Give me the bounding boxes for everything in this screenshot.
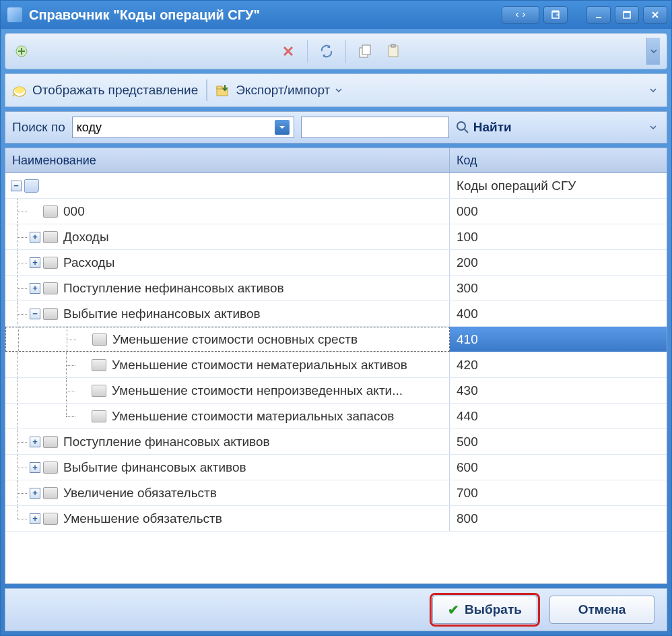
folder-icon — [43, 308, 58, 320]
toggle-spacer — [30, 206, 40, 217]
row-name: Расходы — [63, 255, 114, 270]
column-name[interactable]: Наименование — [5, 148, 450, 172]
titlebar[interactable]: Справочник "Коды операций СГУ" — [1, 1, 671, 29]
app-icon — [7, 7, 22, 22]
tree-row[interactable]: +Доходы100 — [5, 224, 667, 250]
row-name: Поступление финансовых активов — [63, 435, 270, 449]
search-input[interactable] — [301, 117, 449, 138]
row-code: 800 — [450, 506, 667, 531]
cancel-label: Отмена — [578, 602, 626, 617]
tree-root[interactable]: − Коды операций СГУ — [5, 173, 667, 199]
tree-row[interactable]: +Поступление нефинансовых активов300 — [5, 276, 667, 301]
folder-icon — [43, 205, 58, 218]
row-name: 000 — [63, 204, 85, 219]
row-code: 420 — [450, 352, 667, 377]
row-name: Уменьшение стоимости материальных запасо… — [112, 409, 394, 424]
folder-icon — [92, 410, 106, 422]
tree-row[interactable]: +Увеличение обязательств700 — [5, 480, 667, 506]
toolbar2-overflow[interactable] — [646, 77, 660, 104]
folder-icon — [43, 257, 58, 269]
search-label: Поиск по — [12, 120, 65, 135]
dock-button[interactable] — [543, 6, 568, 24]
tree-row[interactable]: +Поступление финансовых активов500 — [5, 429, 667, 455]
svg-rect-8 — [391, 44, 395, 47]
expand-icon[interactable]: + — [30, 232, 40, 243]
tree-grid[interactable]: − Коды операций СГУ 000000+Доходы100+Рас… — [5, 173, 667, 584]
expand-icon[interactable]: + — [30, 257, 40, 268]
find-button[interactable]: Найти — [456, 120, 512, 135]
toggle-spacer — [78, 385, 89, 396]
toolbar-overflow[interactable] — [646, 38, 660, 65]
folder-icon — [92, 359, 106, 371]
row-code: 500 — [450, 429, 667, 454]
paste-button[interactable] — [384, 42, 403, 61]
grid-header: Наименование Код — [5, 148, 667, 173]
toggle-view-button[interactable]: Отображать представление — [12, 83, 198, 98]
minimize-button[interactable] — [586, 6, 611, 24]
toggle-spacer — [79, 334, 90, 345]
tree-row[interactable]: Уменьшение стоимости непроизведенных акт… — [5, 378, 667, 404]
main-window: Справочник "Коды операций СГУ" — [0, 0, 672, 636]
row-name: Увеличение обязательств — [63, 486, 217, 501]
toolbar-secondary: Отображать представление Экспорт/импорт — [5, 73, 667, 107]
search-by-value: коду — [77, 121, 275, 135]
add-button[interactable] — [12, 42, 31, 61]
delete-button[interactable] — [279, 42, 298, 61]
folder-icon — [43, 282, 58, 294]
row-code: 430 — [450, 378, 667, 403]
row-name: Уменьшение стоимости основных среств — [112, 332, 358, 347]
row-name: Поступление нефинансовых активов — [63, 281, 284, 296]
select-button[interactable]: ✔ Выбрать — [432, 596, 537, 624]
collapse-icon[interactable]: − — [11, 181, 22, 191]
expand-icon[interactable]: + — [30, 437, 40, 447]
select-label: Выбрать — [465, 602, 522, 617]
folder-icon — [43, 513, 58, 525]
close-button[interactable] — [643, 6, 667, 24]
export-import-button[interactable]: Экспорт/импорт — [215, 83, 342, 98]
cancel-button[interactable]: Отмена — [549, 596, 654, 624]
refresh-button[interactable] — [317, 42, 336, 61]
root-code: Коды операций СГУ — [450, 173, 667, 198]
search-icon — [456, 121, 469, 134]
row-name: Доходы — [63, 230, 109, 245]
tree-row[interactable]: +Расходы200 — [5, 250, 667, 276]
nav-prev-next-button[interactable] — [502, 6, 539, 24]
toolbar-main — [5, 33, 667, 69]
folder-icon — [92, 385, 106, 397]
svg-line-14 — [465, 129, 468, 133]
folder-icon — [43, 462, 58, 474]
row-code: 000 — [450, 199, 667, 224]
tree-row[interactable]: Уменьшение стоимости нематериальных акти… — [5, 352, 667, 378]
row-name: Уменьшение стоимости нематериальных акти… — [112, 358, 407, 373]
row-code: 700 — [450, 480, 667, 505]
expand-icon[interactable]: + — [30, 462, 40, 473]
expand-icon[interactable]: + — [30, 513, 40, 524]
folder-icon — [92, 333, 107, 346]
copy-button[interactable] — [356, 42, 374, 61]
svg-point-13 — [457, 122, 465, 130]
row-name: Уменьшение стоимости непроизведенных акт… — [112, 383, 403, 398]
find-label: Найти — [473, 120, 512, 135]
chevron-down-icon — [335, 87, 342, 94]
check-icon: ✔ — [448, 602, 459, 618]
tree-row[interactable]: Уменьшение стоимости материальных запасо… — [5, 404, 667, 429]
search-by-combo[interactable]: коду — [72, 117, 294, 138]
tree-row[interactable]: 000000 — [5, 199, 667, 224]
row-code: 200 — [450, 250, 667, 275]
window-title: Справочник "Коды операций СГУ" — [29, 7, 502, 23]
collapse-icon[interactable]: − — [30, 309, 40, 319]
row-code: 100 — [450, 224, 667, 249]
expand-icon[interactable]: + — [30, 283, 40, 294]
svg-point-10 — [15, 87, 24, 94]
folder-icon — [43, 231, 58, 243]
tree-row[interactable]: +Уменьшение обязательств800 — [5, 506, 667, 532]
tree-row[interactable]: −Выбытие нефинансовых активов400 — [5, 301, 667, 327]
toggle-spacer — [78, 411, 89, 422]
searchbar-overflow[interactable] — [646, 114, 660, 141]
column-code[interactable]: Код — [450, 154, 667, 168]
expand-icon[interactable]: + — [30, 488, 40, 499]
maximize-button[interactable] — [615, 6, 639, 24]
tree-row[interactable]: +Выбытие финансовых активов600 — [5, 455, 667, 480]
tree-row[interactable]: Уменьшение стоимости основных среств410 — [5, 327, 667, 352]
row-code: 440 — [450, 404, 667, 428]
